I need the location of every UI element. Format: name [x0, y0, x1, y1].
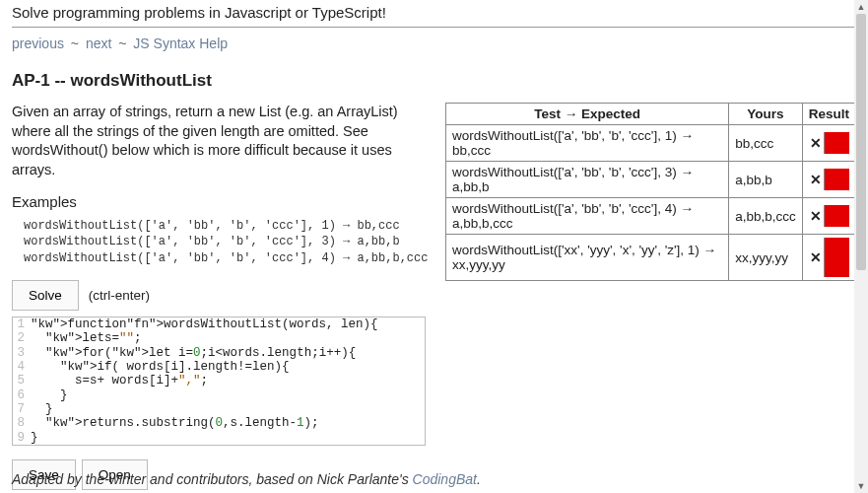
cell-result: ✕	[802, 125, 855, 162]
code-line[interactable]: 4 "kw">if( words[i].length!=len){	[13, 360, 425, 374]
col-result: Result	[802, 104, 855, 125]
fail-icon: ✕	[809, 169, 825, 190]
cell-yours: bb,ccc	[729, 125, 803, 162]
line-number: 9	[13, 431, 31, 445]
line-number: 2	[13, 331, 31, 345]
code-editor[interactable]: 1"kw">function "fn">wordsWithoutList(wor…	[12, 317, 426, 446]
next-link[interactable]: next	[86, 35, 111, 51]
line-number: 1	[13, 317, 31, 331]
results-table: Test → Expected Yours Result wordsWithou…	[445, 103, 856, 281]
code-line[interactable]: 2 "kw">let s="";	[13, 331, 425, 345]
problem-description: Given an array of strings, return a new …	[12, 103, 426, 179]
solve-hint: (ctrl-enter)	[89, 288, 150, 303]
table-row: wordsWithoutList(['a', 'bb', 'b', 'ccc']…	[446, 125, 856, 162]
solve-button[interactable]: Solve	[12, 280, 79, 311]
result-bar	[825, 205, 849, 227]
fail-icon: ✕	[809, 205, 825, 227]
cell-result: ✕	[802, 198, 855, 235]
code-line[interactable]: 8 "kw">return s.substring(0,s.length-1);	[13, 416, 425, 430]
cell-result: ✕	[802, 235, 855, 281]
code-line[interactable]: 3 "kw">for("kw">let i=0;i<words.length;i…	[13, 346, 425, 360]
codingbat-link[interactable]: CodingBat	[413, 471, 477, 487]
code-line[interactable]: 6 }	[13, 388, 425, 402]
result-bar	[825, 238, 849, 277]
cell-test: wordsWithoutList(['a', 'bb', 'b', 'ccc']…	[446, 125, 729, 162]
fail-icon: ✕	[809, 238, 825, 277]
syntax-help-link[interactable]: JS Syntax Help	[133, 35, 228, 51]
code-line[interactable]: 1"kw">function "fn">wordsWithoutList(wor…	[13, 317, 425, 331]
table-row: wordsWithoutList(['a', 'bb', 'b', 'ccc']…	[446, 162, 856, 198]
examples-heading: Examples	[12, 193, 426, 210]
line-number: 4	[13, 360, 31, 374]
col-yours: Yours	[729, 104, 803, 125]
scroll-down-icon[interactable]: ▼	[854, 479, 868, 493]
nav-links: previous ~ next ~ JS Syntax Help	[12, 28, 856, 61]
cell-test: wordsWithoutList(['a', 'bb', 'b', 'ccc']…	[446, 162, 729, 198]
cell-test: wordsWithoutList(['a', 'bb', 'b', 'ccc']…	[446, 198, 729, 235]
result-bar	[825, 132, 849, 154]
previous-link[interactable]: previous	[12, 35, 64, 51]
result-bar	[825, 169, 849, 190]
scroll-thumb[interactable]	[856, 14, 866, 270]
footer-text-b: .	[477, 471, 481, 487]
footer-text-a: Adapted by the-winter and contributors, …	[12, 471, 413, 487]
problem-title: AP-1 -- wordsWithoutList	[12, 71, 856, 91]
line-number: 3	[13, 346, 31, 360]
examples-block: wordsWithoutList(['a', 'bb', 'b', 'ccc']…	[24, 218, 426, 266]
sep-2: ~	[118, 35, 126, 51]
cell-yours: xx,yyy,yy	[729, 235, 803, 281]
cell-yours: a,bb,b	[729, 162, 803, 198]
line-number: 6	[13, 388, 31, 402]
code-line[interactable]: 9}	[13, 431, 425, 445]
cell-test: wordsWithoutList(['xx', 'yyy', 'x', 'yy'…	[446, 235, 729, 281]
table-row: wordsWithoutList(['xx', 'yyy', 'x', 'yy'…	[446, 235, 856, 281]
line-number: 5	[13, 374, 31, 387]
vertical-scrollbar[interactable]: ▲ ▼	[854, 0, 868, 493]
table-row: wordsWithoutList(['a', 'bb', 'b', 'ccc']…	[446, 198, 856, 235]
sep-1: ~	[71, 35, 79, 51]
cell-result: ✕	[802, 162, 855, 198]
scroll-up-icon[interactable]: ▲	[854, 0, 868, 14]
code-line[interactable]: 7 }	[13, 402, 425, 416]
line-number: 8	[13, 416, 31, 430]
col-test: Test → Expected	[446, 104, 729, 125]
banner-text: Solve programming problems in Javascript…	[12, 0, 856, 28]
cell-yours: a,bb,b,ccc	[729, 198, 803, 235]
fail-icon: ✕	[809, 132, 825, 154]
line-number: 7	[13, 402, 31, 416]
code-line[interactable]: 5 s=s+ words[i]+",";	[13, 374, 425, 387]
footer-attribution: Adapted by the-winter and contributors, …	[12, 471, 481, 487]
